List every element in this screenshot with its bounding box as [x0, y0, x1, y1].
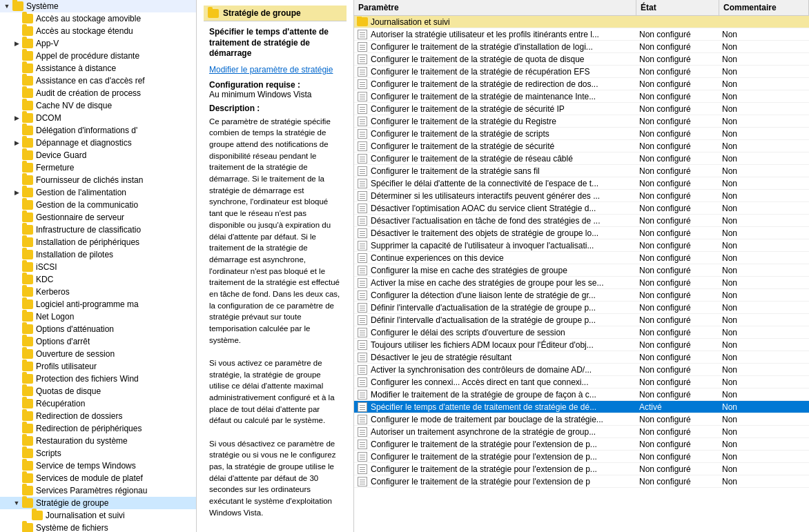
sidebar-item-service-temps[interactable]: Service de temps Windows	[0, 460, 196, 472]
sidebar-item-fermeture[interactable]: Fermeture	[0, 161, 196, 174]
table-row[interactable]: Configurer le traitement de la stratégie…	[354, 463, 809, 475]
sidebar-item-appel-procedure[interactable]: Appel de procédure distante	[0, 50, 196, 62]
policy-icon	[357, 166, 368, 176]
arrow-dcom[interactable]: ▶	[12, 115, 21, 121]
sidebar-item-logiciel-anti[interactable]: Logiciel anti-programme ma	[0, 298, 196, 311]
sidebar-item-device-guard[interactable]: Device Guard	[0, 149, 196, 161]
sidebar-item-options-attenuation[interactable]: Options d'atténuation	[0, 323, 196, 335]
sidebar-item-depannage[interactable]: ▶Dépannage et diagnostics	[0, 137, 196, 149]
table-row[interactable]: Définir l'intervalle d'actualisation de …	[354, 302, 809, 314]
sidebar-item-systeme[interactable]: ▼Système	[0, 0, 196, 12]
sidebar-item-net-logon[interactable]: Net Logon	[0, 311, 196, 323]
sidebar-item-quotas-disque[interactable]: Quotas de disque	[0, 385, 196, 397]
table-row[interactable]: Autoriser un traitement asynchrone de la…	[354, 426, 809, 438]
modify-link[interactable]: Modifier le paramètre de stratégie	[209, 65, 333, 75]
sidebar-item-audit-creation[interactable]: Audit de création de process	[0, 87, 196, 99]
table-row[interactable]: Journalisation et suivi	[354, 16, 809, 28]
sidebar-item-assistance-acces[interactable]: Assistance en cas d'accès ref	[0, 75, 196, 87]
table-row[interactable]: Continue experiences on this deviceNon c…	[354, 252, 809, 264]
sidebar-item-protection-fichiers[interactable]: Protection des fichiers Wind	[0, 373, 196, 385]
sidebar-item-recuperation[interactable]: Récupération	[0, 397, 196, 410]
table-row[interactable]: Définir l'intervalle d'actualisation de …	[354, 314, 809, 326]
sidebar-item-kerberos[interactable]: Kerberos	[0, 286, 196, 298]
sidebar-item-services-module[interactable]: Services de module de platef	[0, 472, 196, 484]
table-row[interactable]: Configurer le traitement de la stratégie…	[354, 165, 809, 177]
policy-icon	[357, 191, 368, 201]
sidebar-item-options-arret[interactable]: Options d'arrêt	[0, 335, 196, 348]
table-row[interactable]: Désactiver l'optimisation AOAC du servic…	[354, 202, 809, 215]
table-row[interactable]: Déterminer si les utilisateurs interacti…	[354, 190, 809, 202]
table-row[interactable]: Spécifier le délai d'attente de la conne…	[354, 177, 809, 190]
table-row[interactable]: Spécifier le temps d'attente de traiteme…	[354, 401, 809, 413]
table-row[interactable]: Désactiver le traitement des objets de s…	[354, 227, 809, 239]
sidebar-item-acces-stockage-amovible[interactable]: Accès au stockage amovible	[0, 12, 196, 25]
table-row[interactable]: Activer la mise en cache des stratégies …	[354, 277, 809, 289]
sidebar-item-services-parametres[interactable]: Services Paramètres régionau	[0, 484, 196, 497]
sidebar-item-installation-pilotes[interactable]: Installation de pilotes	[0, 248, 196, 261]
arrow-gestion-alimentation[interactable]: ▶	[12, 189, 21, 196]
sidebar-item-infrastructure[interactable]: Infrastructure de classificatio	[0, 224, 196, 236]
table-row[interactable]: Configurer le traitement de la stratégie…	[354, 103, 809, 115]
table-row[interactable]: Configurer le traitement de la stratégie…	[354, 438, 809, 451]
sidebar-item-redirection-dossiers[interactable]: Redirection de dossiers	[0, 410, 196, 422]
policy-label: Configurer le traitement de la stratégie…	[371, 79, 598, 89]
table-row[interactable]: Activer la synchronisation des contrôleu…	[354, 364, 809, 376]
policy-icon	[357, 154, 368, 164]
table-row[interactable]: Configurer le traitement de la stratégie…	[354, 128, 809, 140]
sidebar-item-gestion-alimentation[interactable]: ▶Gestion de l'alimentation	[0, 186, 196, 199]
table-row[interactable]: Toujours utiliser les fichiers ADM locau…	[354, 339, 809, 351]
sidebar-item-systeme-fichiers[interactable]: Système de fichiers	[0, 522, 196, 532]
sidebar-item-gestionnaire-serveur[interactable]: Gestionnaire de serveur	[0, 211, 196, 224]
sidebar-item-delegation[interactable]: Délégation d'informations d'	[0, 124, 196, 137]
table-row[interactable]: Configurer le traitement de la stratégie…	[354, 115, 809, 128]
policy-icon	[357, 104, 368, 114]
table-row[interactable]: Désactiver l'actualisation en tâche de f…	[354, 215, 809, 227]
arrow-depannage[interactable]: ▶	[12, 139, 21, 146]
sidebar-item-cache-nv[interactable]: Cache NV de disque	[0, 99, 196, 112]
table-row[interactable]: Configurer le traitement de la stratégie…	[354, 152, 809, 165]
table-row[interactable]: Configurer le traitement de la stratégie…	[354, 140, 809, 152]
arrow-strategie-groupe[interactable]: ▼	[12, 500, 21, 506]
table-row[interactable]: Désactiver le jeu de stratégie résultant…	[354, 351, 809, 364]
table-row[interactable]: Configurer le traitement de la stratégie…	[354, 41, 809, 53]
table-row[interactable]: Configurer le traitement de la stratégie…	[354, 53, 809, 66]
sidebar-item-acces-stockage-etendu[interactable]: Accès au stockage étendu	[0, 25, 196, 37]
table-row[interactable]: Supprimer la capacité de l'utilisateur à…	[354, 239, 809, 252]
sidebar-item-app-v[interactable]: ▶App-V	[0, 37, 196, 50]
table-row[interactable]: Configurer les connexi... Accès direct e…	[354, 376, 809, 388]
policy-label: Supprimer la capacité de l'utilisateur à…	[371, 241, 594, 250]
table-row[interactable]: Configurer le traitement de la stratégie…	[354, 451, 809, 463]
sidebar-item-iscsi[interactable]: iSCSI	[0, 261, 196, 273]
table-row[interactable]: Configurer le traitement de la stratégie…	[354, 475, 809, 488]
sidebar-item-restauration-systeme[interactable]: Restauration du système	[0, 435, 196, 447]
sidebar-item-fournisseur-cliches[interactable]: Fournisseur de clichés instan	[0, 174, 196, 186]
table-row[interactable]: Configurer le délai des scripts d'ouvert…	[354, 326, 809, 339]
sidebar-item-ouverture-session[interactable]: Ouverture de session	[0, 348, 196, 360]
table-row[interactable]: Autoriser la stratégie utilisateur et le…	[354, 28, 809, 41]
sidebar-item-scripts[interactable]: Scripts	[0, 447, 196, 460]
sidebar-item-label-services-module: Services de module de platef	[36, 473, 143, 483]
sidebar-item-assistance-distance[interactable]: Assistance à distance	[0, 62, 196, 75]
table-row[interactable]: Configurer le mode de traitement par bou…	[354, 413, 809, 426]
table-row[interactable]: Configurer la détection d'une liaison le…	[354, 289, 809, 302]
sidebar-item-gestion-communication[interactable]: Gestion de la communicatio	[0, 199, 196, 211]
arrow-systeme[interactable]: ▼	[3, 3, 11, 10]
sidebar-item-profils-utilisateur[interactable]: Profils utilisateur	[0, 360, 196, 373]
sidebar-item-kdc[interactable]: KDC	[0, 273, 196, 286]
policy-param: Activer la synchronisation des contrôleu…	[354, 364, 636, 375]
arrow-app-v[interactable]: ▶	[12, 40, 21, 47]
table-row[interactable]: Modifier le traitement de la stratégie d…	[354, 388, 809, 401]
table-row[interactable]: Configurer le traitement de la stratégie…	[354, 78, 809, 90]
table-row[interactable]: Configurer le traitement de la stratégie…	[354, 66, 809, 78]
sidebar-item-installation-peripheriques[interactable]: Installation de périphériques	[0, 236, 196, 248]
table-row[interactable]: Configurer la mise en cache des stratégi…	[354, 264, 809, 277]
policy-icon	[357, 390, 368, 400]
table-row[interactable]: Configurer le traitement de la stratégie…	[354, 90, 809, 103]
sidebar-item-label-redirection-peripheriques: Redirection de périphériques	[36, 424, 142, 433]
sidebar-item-strategie-groupe[interactable]: ▼Stratégie de groupe	[0, 497, 196, 509]
policy-state: Non configuré	[636, 476, 719, 487]
sidebar-item-dcom[interactable]: ▶DCOM	[0, 112, 196, 124]
policy-state: Non configuré	[636, 166, 719, 177]
sidebar-item-journalisation-suivi[interactable]: Journalisation et suivi	[0, 509, 196, 522]
sidebar-item-redirection-peripheriques[interactable]: Redirection de périphériques	[0, 422, 196, 435]
